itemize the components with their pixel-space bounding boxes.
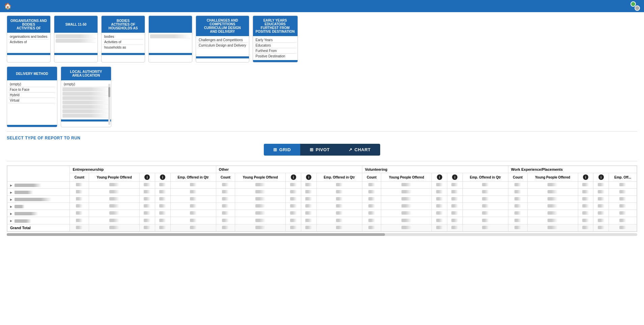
cell [140, 210, 155, 217]
filter-item[interactable]: organisations and bodies [8, 34, 49, 39]
pivot-icon: ⊞ [310, 147, 314, 152]
group-header-workexp: Work Experience/Placements [508, 166, 637, 173]
delivery-hybrid[interactable]: Hybrid [8, 92, 56, 98]
info-icon[interactable]: i [598, 174, 604, 180]
filter-card-earlyyears-header: Early YearsEducatorsFurthest FromPositiv… [253, 16, 298, 36]
filter-card-localauth-body: (empty) [61, 80, 111, 119]
cell [593, 196, 609, 203]
filter-item[interactable]: Educators [254, 43, 296, 48]
cell [609, 224, 637, 231]
row-label-1[interactable]: ▶ [7, 182, 70, 189]
info-icon[interactable]: i [452, 174, 457, 180]
filter-card-footer [253, 60, 298, 62]
filter-card-localauth[interactable]: LOCAL AUTHORITYAREA LOCATION (empty) [61, 66, 111, 127]
col-vol-info2[interactable]: i [447, 173, 463, 182]
expand-arrow[interactable]: ▶ [10, 219, 12, 222]
blurred-item [150, 34, 191, 38]
blurred-item [62, 105, 110, 109]
filter-item[interactable]: Curriculum Design and Delivery [197, 43, 248, 48]
table-sub-header-row: Count Young People Offered i i Emp. Offe… [7, 173, 637, 182]
col-wk-info1[interactable]: i [578, 173, 593, 182]
filter-card-challenges[interactable]: Challenges andCompetitionsCurriculum Des… [196, 16, 249, 62]
expand-arrow[interactable]: ▶ [10, 205, 12, 208]
filter-card-small[interactable]: Small 11-50 [54, 16, 98, 62]
cell [508, 203, 527, 210]
cell [155, 182, 170, 189]
cell [316, 196, 362, 203]
expand-arrow[interactable]: ▶ [10, 191, 12, 194]
user-avatar[interactable] [631, 1, 640, 11]
pivot-button[interactable]: ⊞ PIVOT [300, 144, 339, 156]
report-label: SELECT TYPE OF REPORT TO RUN [7, 136, 637, 140]
filter-card-organisations[interactable]: organisations andbodiesActivities of org… [7, 16, 51, 62]
filter-item[interactable]: households as [103, 45, 143, 50]
cell [381, 210, 432, 217]
cell [578, 203, 593, 210]
info-icon[interactable]: i [160, 174, 165, 180]
cell [70, 182, 89, 189]
pivot-table-wrapper: Entrepreneurship Other Volunteering Work… [7, 165, 637, 232]
cell [362, 203, 381, 210]
chart-label: CHART [355, 147, 371, 152]
row-label-5[interactable]: ▶ [7, 210, 70, 217]
expand-arrow[interactable]: ▶ [10, 212, 12, 215]
delivery-face[interactable]: Face to Face [8, 87, 56, 92]
filter-card-earlyyears[interactable]: Early YearsEducatorsFurthest FromPositiv… [253, 16, 298, 62]
filter-card-bodies[interactable]: bodiesActivities ofhouseholds as bodies … [101, 16, 145, 62]
expand-arrow[interactable]: ▶ [10, 198, 12, 201]
scrollbar-thumb[interactable] [108, 87, 110, 97]
filter-item[interactable]: bodies [103, 34, 143, 39]
scrollbar-thumb[interactable] [7, 233, 385, 236]
filter-item[interactable]: Challenges and Competitions [197, 37, 248, 43]
delivery-virtual[interactable]: Virtual [8, 98, 56, 103]
filter-card-small-header: Small 11-50 [54, 16, 97, 33]
filter-item[interactable]: Activities of [8, 39, 49, 45]
localauth-empty[interactable]: (empty) [62, 82, 110, 87]
delivery-empty[interactable]: (empty) [8, 82, 56, 87]
row-label-3[interactable]: ▶ [7, 196, 70, 203]
home-icon[interactable]: 🏠 [4, 2, 11, 10]
cell [578, 196, 593, 203]
grid-button[interactable]: ⊞ GRID [264, 144, 300, 156]
blurred-item [62, 96, 110, 100]
cell [235, 224, 286, 231]
filter-item[interactable]: Early Years [254, 37, 296, 43]
cell [508, 189, 527, 196]
info-icon[interactable]: i [306, 174, 311, 180]
col-oth-info1[interactable]: i [286, 173, 301, 182]
col-oth-info2[interactable]: i [301, 173, 316, 182]
info-icon[interactable]: i [583, 174, 588, 180]
row-label-4[interactable]: ▶ [7, 203, 70, 210]
info-icon[interactable]: i [144, 174, 150, 180]
col-ent-info1[interactable]: i [140, 173, 155, 182]
cell [235, 196, 286, 203]
col-vol-info1[interactable]: i [432, 173, 447, 182]
chart-button[interactable]: ↗ CHART [339, 144, 380, 156]
cell [301, 224, 316, 231]
cell [432, 189, 447, 196]
filter-card-delivery[interactable]: DELIVERY METHOD (empty) Face to Face Hyb… [7, 66, 57, 127]
info-icon[interactable]: i [437, 174, 442, 180]
filter-item[interactable]: Activities of [103, 39, 143, 45]
cell [316, 182, 362, 189]
info-icon[interactable]: i [291, 174, 296, 180]
grid-label: GRID [279, 147, 291, 152]
filter-card-earlyyears-body: Early Years Educators Furthest From Posi… [253, 36, 298, 60]
col-wk-info2[interactable]: i [593, 173, 609, 182]
cell [286, 196, 301, 203]
filter-item[interactable]: Positive Destination [254, 54, 296, 59]
filter-card-empty[interactable] [148, 16, 192, 62]
filter-card-delivery-body: (empty) Face to Face Hybrid Virtual [7, 80, 57, 125]
filter-item[interactable]: Furthest From [254, 48, 296, 54]
topbar: 🏠 [0, 0, 644, 12]
col-ent-info2[interactable]: i [155, 173, 170, 182]
main-content: organisations andbodiesActivities of org… [0, 12, 644, 325]
horizontal-scrollbar[interactable] [7, 233, 637, 236]
expand-arrow[interactable]: ▶ [10, 184, 12, 187]
scrollbar-track[interactable] [108, 84, 110, 125]
row-label-6[interactable]: ▶ [7, 217, 70, 224]
filter-card-footer [54, 53, 97, 55]
row-label-2[interactable]: ▶ [7, 189, 70, 196]
cell [508, 196, 527, 203]
col-ent-emp: Emp. Offered in Qtr [170, 173, 216, 182]
